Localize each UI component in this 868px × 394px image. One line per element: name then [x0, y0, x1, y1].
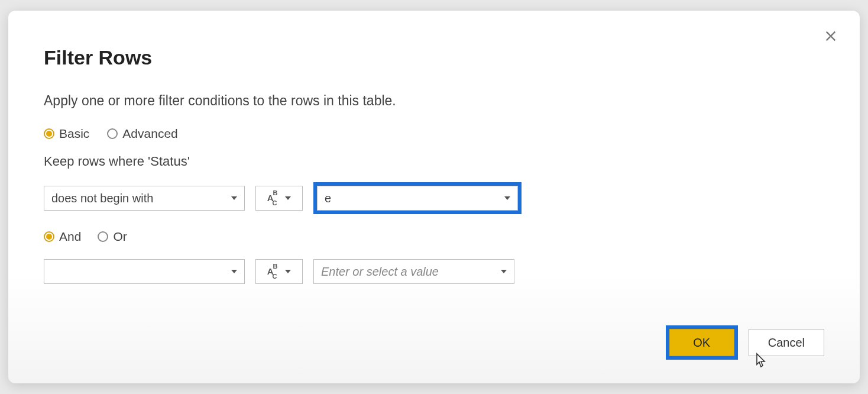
- value-text: e: [325, 192, 331, 205]
- radio-icon: [44, 128, 54, 139]
- dialog-subtitle: Apply one or more filter conditions to t…: [44, 93, 824, 109]
- condition-row-2: ABC Enter or select a value: [44, 259, 824, 284]
- radio-or-label: Or: [113, 230, 127, 244]
- cancel-button[interactable]: Cancel: [749, 329, 824, 356]
- text-type-icon: ABC: [267, 192, 283, 205]
- operator-value: does not begin with: [51, 192, 153, 205]
- ok-button[interactable]: OK: [669, 329, 734, 356]
- logic-radio-group: And Or: [44, 230, 824, 244]
- value-dropdown-1[interactable]: e: [317, 186, 518, 211]
- operator-dropdown-2[interactable]: [44, 259, 245, 284]
- chevron-down-icon: [285, 196, 291, 200]
- radio-or[interactable]: Or: [98, 230, 127, 244]
- text-type-icon: ABC: [267, 266, 283, 278]
- highlight-value-1: e: [313, 182, 522, 214]
- radio-advanced-label: Advanced: [122, 127, 177, 141]
- dialog-footer: OK Cancel: [666, 325, 824, 360]
- close-icon: [824, 30, 837, 43]
- chevron-down-icon: [231, 270, 237, 273]
- filter-rows-dialog: Filter Rows Apply one or more filter con…: [8, 11, 860, 383]
- radio-advanced[interactable]: Advanced: [107, 127, 177, 141]
- dialog-title: Filter Rows: [44, 46, 824, 69]
- condition-row-1: does not begin with ABC e: [44, 182, 824, 214]
- type-dropdown-2[interactable]: ABC: [255, 259, 303, 284]
- value-placeholder: Enter or select a value: [321, 265, 439, 279]
- radio-basic-label: Basic: [59, 127, 89, 141]
- radio-icon: [44, 231, 54, 242]
- radio-icon: [98, 231, 108, 242]
- radio-and[interactable]: And: [44, 230, 81, 244]
- value-dropdown-2[interactable]: Enter or select a value: [313, 259, 514, 284]
- close-button[interactable]: [822, 27, 840, 45]
- chevron-down-icon: [504, 196, 510, 200]
- keep-rows-label: Keep rows where 'Status': [44, 154, 824, 169]
- radio-icon: [107, 128, 118, 139]
- chevron-down-icon: [231, 196, 237, 200]
- highlight-ok: OK: [666, 325, 738, 360]
- operator-dropdown-1[interactable]: does not begin with: [44, 186, 245, 211]
- radio-basic[interactable]: Basic: [44, 127, 89, 141]
- chevron-down-icon: [285, 270, 291, 273]
- radio-and-label: And: [59, 230, 81, 244]
- chevron-down-icon: [501, 270, 507, 273]
- type-dropdown-1[interactable]: ABC: [255, 186, 303, 211]
- mode-radio-group: Basic Advanced: [44, 127, 824, 141]
